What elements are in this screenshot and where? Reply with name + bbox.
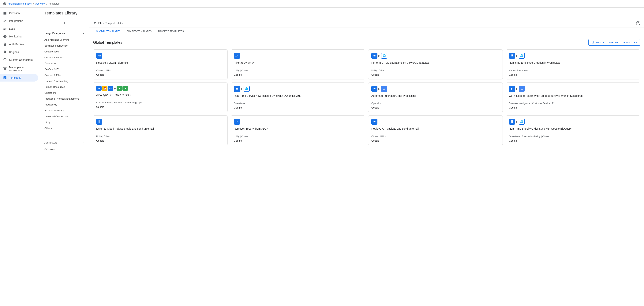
filter-ai-ml[interactable]: AI & Machine Learning [40,37,89,43]
collapse-button[interactable] [40,19,89,27]
template-card-1[interactable]: API Resolve a JSON reference Others | Ut… [93,50,228,80]
card-9-icons: ⠿ [96,119,224,125]
template-card-12[interactable]: ⠿ ▶ 🌐 Real-Time Shopify Order Sync with … [506,115,640,145]
template-card-10[interactable]: API Remove Property from JSON Utility | … [231,115,365,145]
template-card-2[interactable]: API Filter JSON Array Utility | Others G… [231,50,365,80]
template-card-5[interactable]: → ⏰ API ▶ ☁ ☁ Auto-sync SFTP files to GC… [93,83,228,113]
overview-icon [3,11,7,15]
card-4-mesh-icon: ⠿ [509,53,515,59]
card-8-icons: ▶ ▶ ☁ [509,86,637,92]
filter-operations[interactable]: Operations [40,90,89,96]
card-5-api-icon: API [108,86,113,91]
filter-finance[interactable]: Finance & Accounting [40,78,89,84]
card-1-title: Resolve a JSON reference [96,61,224,65]
sidebar-item-monitoring[interactable]: Monitoring [0,33,38,40]
custom-connectors-icon [3,58,7,62]
filter-sales-marketing[interactable]: Sales & Marketing [40,108,89,113]
card-8-author: Google [509,106,637,109]
template-card-8[interactable]: ▶ ▶ ☁ Get notified on slack when an oppo… [506,83,640,113]
connectors-chevron [82,141,85,144]
template-card-3[interactable]: API ▶ 🌐 Perform CRUD operations on a MyS… [368,50,503,80]
filter-databases[interactable]: Databases [40,61,89,66]
sidebar-item-logs[interactable]: Logs [0,25,38,33]
card-1-api-icon: API [96,53,102,59]
card-5-tags: Content & Files | Finance & Accounting |… [96,101,224,104]
template-card-4[interactable]: ⠿ ▶ 🌐 Real-time Employee Creation in Wor… [506,50,640,80]
card-3-title: Perform CRUD operations on a MySQL datab… [371,61,500,65]
card-3-author: Google [371,73,500,76]
filter-customer-service[interactable]: Customer Service [40,55,89,61]
import-button[interactable]: IMPORT TO PROJECT TEMPLATES [588,39,640,46]
template-card-11[interactable]: API Retrieve API payload and send an ema… [368,115,503,145]
card-8-arrow: ▶ [516,87,518,90]
sidebar-label-integrations: Integrations [9,19,23,23]
filter-bar: Filter Templates filter ? [89,19,644,28]
sidebar-item-marketplace[interactable]: Marketplace connectors [0,64,38,74]
sidebar-item-custom-connectors[interactable]: Custom Connectors [0,56,38,64]
filter-universal-connectors[interactable]: Universal Connectors [40,113,89,119]
usage-categories-section: Usage Categories AI & Machine Learning B… [40,27,89,133]
card-5-clock-icon: ⏰ [102,86,108,91]
template-card-6[interactable]: 🖥 ▶ 🌐 Real-Time ServiceNow Incident Sync… [231,83,365,113]
card-6-tags: Operations [234,102,362,105]
integrations-icon [3,19,7,23]
card-7-api-icon: API [371,86,378,92]
card-4-icons: ⠿ ▶ 🌐 [509,53,637,59]
usage-categories-header[interactable]: Usage Categories [40,30,89,37]
sidebar-item-integrations[interactable]: Integrations [0,17,38,25]
regions-icon [3,50,7,54]
card-4-title: Real-time Employee Creation in Workspace [509,61,637,65]
filter-collaboration[interactable]: Collaboration [40,49,89,55]
filter-content-files[interactable]: Content & Files [40,72,89,78]
card-8-tags: Business Intelligence | Customer Service… [509,102,637,105]
filter-product-mgmt[interactable]: Product & Project Management [40,96,89,102]
filter-devops[interactable]: DevOps & IT [40,66,89,72]
breadcrumb-app[interactable]: Application Integration [8,2,32,5]
templates-panel: Filter Templates filter ? GLOBAL TEMPLAT… [89,19,644,306]
tab-shared[interactable]: SHARED TEMPLATES [124,28,155,35]
connectors-header[interactable]: Connectors [40,139,89,146]
tab-project[interactable]: PROJECT TEMPLATES [155,28,187,35]
sidebar-label-auth: Auth Profiles [9,43,24,46]
sidebar-item-auth-profiles[interactable]: Auth Profiles [0,41,38,48]
card-11-tags: Others | Utility [371,135,500,138]
tab-global[interactable]: GLOBAL TEMPLATES [93,28,124,35]
filter-panel: Usage Categories AI & Machine Learning B… [40,19,89,306]
filter-salesforce[interactable]: Salesforce [40,146,89,152]
sidebar-label-regions: Regions [9,51,19,54]
card-12-mesh-icon: ⠿ [509,119,515,125]
card-7-cloud-icon: ☁ [381,86,387,92]
card-7-author: Google [371,106,500,109]
sidebar-item-templates[interactable]: Templates [0,74,38,82]
card-11-author: Google [371,139,500,142]
filter-productivity[interactable]: Productivity [40,102,89,108]
card-6-globe-icon: 🌐 [244,86,250,92]
card-6-arrow: ▶ [241,87,243,90]
filter-utility[interactable]: Utility [40,119,89,125]
sidebar: Overview Integrations Logs Monitoring Au… [0,8,40,306]
card-9-tags: Utility | Others [96,135,224,138]
import-button-label: IMPORT TO PROJECT TEMPLATES [596,41,637,44]
card-12-tags: Operations | Sales & Marketing | Others [509,135,637,138]
help-icon[interactable]: ? [636,21,640,25]
connectors-section: Connectors Salesforce [40,137,89,154]
filter-others[interactable]: Others [40,125,89,131]
card-3-icons: API ▶ 🌐 [371,53,500,59]
card-11-icons: API [371,119,500,125]
template-card-9[interactable]: ⠿ Listen to Cloud Pub/Sub topic and send… [93,115,228,145]
filter-bi[interactable]: Business Intelligence [40,43,89,49]
breadcrumb-overview[interactable]: Overview [35,2,45,5]
card-3-tags: Utility | Others [371,69,500,72]
card-2-api-icon: API [234,53,240,59]
sidebar-item-overview[interactable]: Overview [0,9,38,17]
card-5-arrow-icon: → [96,86,102,91]
card-1-icons: API [96,53,224,59]
sidebar-label-overview: Overview [9,12,20,15]
template-card-7[interactable]: API ▶ ☁ Automate Purchase Order Processi… [368,83,503,113]
card-10-tags: Utility | Others [234,135,362,138]
card-1-tags: Others | Utility [96,69,224,72]
card-1-author: Google [96,73,224,76]
page-title: Templates Library [44,11,78,16]
sidebar-item-regions[interactable]: Regions [0,48,38,56]
filter-human-resources[interactable]: Human Resources [40,84,89,90]
